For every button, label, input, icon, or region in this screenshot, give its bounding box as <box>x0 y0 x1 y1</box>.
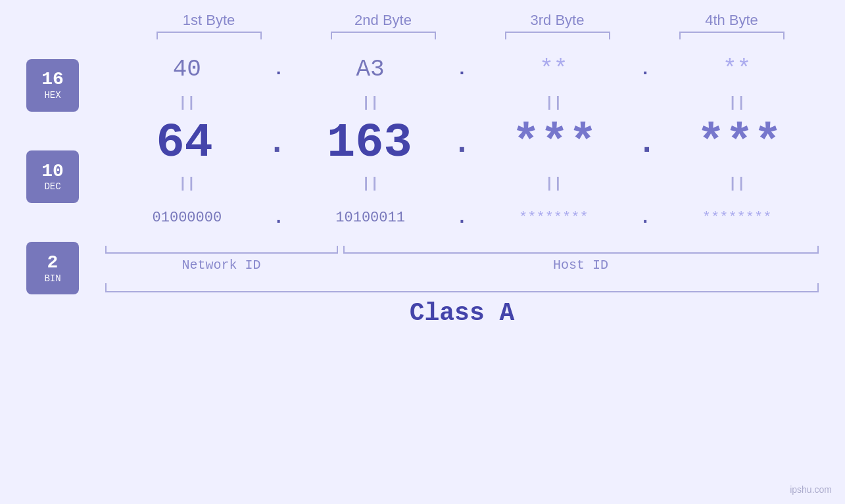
main-data-section: 16 HEX 10 DEC 2 BIN 40 . A3 <box>26 46 819 327</box>
bracket-line-2 <box>331 32 436 39</box>
dec-badge: 10 DEC <box>26 150 79 203</box>
byte4-header: 4th Byte <box>644 12 819 29</box>
bin-dot1: . <box>269 208 289 228</box>
bracket-line-3 <box>505 32 610 39</box>
class-label: Class A <box>410 299 515 327</box>
main-container: 1st Byte 2nd Byte 3rd Byte 4th Byte 16 H… <box>0 0 845 504</box>
class-bracket <box>105 283 819 292</box>
hex-badge: 16 HEX <box>26 59 79 112</box>
eq6: || <box>289 175 452 192</box>
eq3: || <box>472 95 636 111</box>
dec-data-row: 64 . 163 . *** . *** <box>105 114 819 173</box>
bin-b2: 10100011 <box>289 210 452 226</box>
hex-b3: ** <box>472 56 636 83</box>
badges-column: 16 HEX 10 DEC 2 BIN <box>26 46 105 327</box>
bracket-byte2 <box>296 32 470 39</box>
dec-b3: *** <box>475 116 634 170</box>
dec-b1: 64 <box>105 116 264 170</box>
bin-dot3: . <box>635 208 655 228</box>
id-labels: Network ID Host ID <box>105 258 819 273</box>
byte-headers-row: 1st Byte 2nd Byte 3rd Byte 4th Byte <box>26 12 819 29</box>
hex-dot3: . <box>635 59 655 80</box>
bin-dot2: . <box>452 208 472 228</box>
hex-b2: A3 <box>289 56 452 83</box>
bottom-brackets <box>105 246 819 254</box>
bracket-byte4 <box>644 32 819 39</box>
dec-badge-label: DEC <box>44 181 60 192</box>
eq2: || <box>289 95 452 111</box>
top-bracket-row <box>26 32 819 39</box>
byte2-header: 2nd Byte <box>296 12 470 29</box>
bin-b1: 01000000 <box>105 210 269 226</box>
host-id-label: Host ID <box>343 258 819 273</box>
bracket-byte3 <box>470 32 644 39</box>
bracket-byte1 <box>122 32 296 39</box>
watermark: ipshu.com <box>790 484 832 495</box>
eq8: || <box>655 175 819 192</box>
dec-dot3: . <box>634 126 660 161</box>
dec-b4: *** <box>660 116 819 170</box>
network-id-bracket <box>105 246 338 254</box>
hex-dot1: . <box>269 59 289 80</box>
dec-dot1: . <box>264 126 290 161</box>
eq1: || <box>105 95 269 111</box>
hex-b4: ** <box>655 56 819 83</box>
eq4: || <box>655 95 819 111</box>
eq7: || <box>472 175 636 192</box>
equals-row-1: || || || || <box>105 92 819 114</box>
byte1-header: 1st Byte <box>122 12 296 29</box>
dec-badge-number: 10 <box>41 162 64 182</box>
class-label-container: Class A <box>105 299 819 327</box>
bin-b3: ******** <box>472 210 636 226</box>
data-rows-column: 40 . A3 . ** . ** || || <box>105 46 819 327</box>
host-id-bracket <box>343 246 819 254</box>
bin-b4: ******** <box>655 210 819 226</box>
network-id-label: Network ID <box>105 258 337 273</box>
equals-row-2: || || || || <box>105 173 819 195</box>
dec-dot2: . <box>449 126 475 161</box>
bin-data-row: 01000000 . 10100011 . ******** . *******… <box>105 195 819 241</box>
bracket-line-4 <box>679 32 785 39</box>
byte3-header: 3rd Byte <box>470 12 644 29</box>
hex-b1: 40 <box>105 56 269 83</box>
hex-dot2: . <box>452 59 472 80</box>
hex-data-row: 40 . A3 . ** . ** <box>105 46 819 92</box>
bin-badge-number: 2 <box>47 253 59 273</box>
bin-badge: 2 BIN <box>26 242 79 294</box>
bracket-line-1 <box>157 32 262 39</box>
bin-badge-label: BIN <box>44 273 60 284</box>
hex-badge-number: 16 <box>41 70 64 90</box>
dec-b2: 163 <box>290 116 448 170</box>
eq5: || <box>105 175 269 192</box>
hex-badge-label: HEX <box>44 90 60 101</box>
